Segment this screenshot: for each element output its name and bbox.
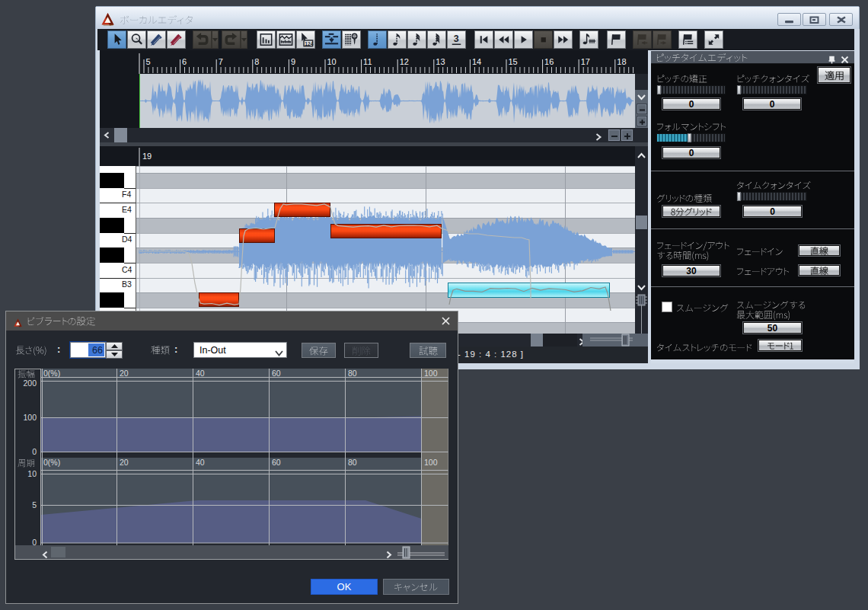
svg-text:124: 124	[305, 41, 313, 46]
svg-text:0(%): 0(%)	[43, 458, 60, 467]
svg-text:100: 100	[424, 369, 438, 378]
svg-text:12: 12	[400, 57, 409, 66]
svg-text:9: 9	[291, 57, 295, 66]
svg-text:3: 3	[454, 34, 459, 44]
svg-text:7: 7	[219, 57, 223, 66]
svg-text:0(%): 0(%)	[43, 369, 60, 378]
svg-text:5: 5	[146, 57, 151, 66]
svg-text:80: 80	[348, 369, 357, 378]
svg-text:10: 10	[327, 57, 337, 66]
svg-text:20: 20	[120, 458, 129, 467]
svg-text:15: 15	[509, 57, 518, 66]
svg-text:60: 60	[272, 369, 281, 378]
svg-text:8: 8	[254, 57, 259, 66]
svg-text:6: 6	[182, 57, 187, 66]
svg-text:16: 16	[544, 57, 554, 66]
svg-text:14: 14	[472, 57, 481, 66]
svg-text:19: 19	[142, 152, 152, 161]
svg-text:20: 20	[120, 369, 129, 378]
svg-text:60: 60	[272, 458, 281, 467]
svg-text:40: 40	[196, 458, 205, 467]
svg-text:11: 11	[363, 57, 372, 66]
svg-text:13: 13	[436, 57, 445, 66]
svg-text:18: 18	[617, 57, 626, 66]
svg-text:80: 80	[348, 458, 357, 467]
svg-text:100: 100	[424, 458, 438, 467]
svg-text:40: 40	[196, 369, 205, 378]
svg-text:17: 17	[581, 57, 590, 66]
